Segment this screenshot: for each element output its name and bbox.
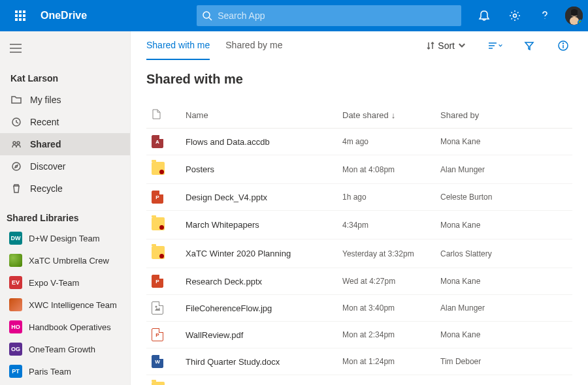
powerpoint-file-icon: P [152, 275, 163, 288]
table-row[interactable]: PostersMon at 4:08pmAlan Munger [146, 155, 572, 184]
app-launcher-button[interactable] [5, 0, 35, 31]
file-icon-cell: W [146, 348, 180, 375]
file-icon-cell: A [146, 129, 180, 155]
info-icon [558, 40, 568, 51]
nav-item-recycle[interactable]: Recycle [0, 177, 130, 200]
file-name-cell: Third Quarter Study.docx [180, 348, 337, 375]
col-icon-header[interactable] [146, 102, 180, 129]
svg-point-11 [17, 142, 20, 144]
tab-shared-by-me[interactable]: Shared by me [225, 31, 282, 60]
file-by-cell: Alan Munger [435, 155, 572, 184]
file-by-cell: Mona Kane [435, 211, 572, 239]
table-row[interactable]: WThird Quarter Study.docxMon at 1:24pmTi… [146, 348, 572, 375]
file-name-cell: March Whitepapers [180, 211, 337, 239]
sort-icon [426, 41, 435, 50]
col-date-header[interactable]: Date shared↓ [337, 102, 435, 129]
file-by-cell: Mona Kane [435, 375, 572, 386]
table-row[interactable]: PWallReview.pdfMon at 2:34pmMona Kane [146, 322, 572, 348]
powerpoint-file-icon: P [152, 191, 163, 204]
library-item[interactable]: DWD+W Design Team [0, 227, 130, 249]
waffle-icon [15, 10, 25, 21]
word-file-icon: W [152, 355, 163, 368]
col-by-header[interactable]: Shared by [435, 102, 572, 129]
file-icon-cell [146, 375, 180, 386]
user-avatar[interactable] [565, 7, 583, 25]
filter-button[interactable] [520, 37, 538, 55]
file-icon-cell [146, 239, 180, 268]
nav-item-recent[interactable]: Recent [0, 111, 130, 133]
file-icon-cell [146, 155, 180, 184]
file-icon-cell [146, 211, 180, 239]
presence-indicator [578, 20, 583, 25]
nav-toggle-button[interactable] [0, 35, 31, 61]
list-lines-icon [487, 40, 498, 51]
svg-line-1 [209, 18, 212, 20]
file-date-cell: Mon at 3:40pm [337, 295, 435, 322]
help-icon [539, 10, 551, 22]
col-name-header[interactable]: Name [180, 102, 337, 129]
view-options-button[interactable] [486, 37, 504, 55]
library-item[interactable]: EVExpo V-Team [0, 271, 130, 294]
folder-shared-icon [152, 382, 165, 385]
nav-item-label: Recent [30, 117, 59, 127]
library-badge: DW [9, 232, 22, 245]
file-name-cell: Mock Ups [180, 375, 337, 386]
library-item[interactable]: HOHandbook Operatives [0, 316, 130, 338]
image-file-icon [152, 301, 163, 315]
library-label: Paris Team [29, 367, 71, 377]
chevron-down-icon [457, 41, 466, 50]
table-row[interactable]: March Whitepapers4:34pmMona Kane [146, 211, 572, 239]
library-item[interactable]: XaTC Umbrella Crew [0, 249, 130, 271]
info-button[interactable] [554, 37, 572, 55]
search-box[interactable] [197, 5, 461, 26]
hamburger-icon [10, 44, 22, 53]
library-badge: EV [9, 276, 22, 289]
file-date-cell: July 24 [337, 375, 435, 386]
file-icon-cell: P [146, 184, 180, 211]
table-row[interactable]: XaTC Winter 2020 PlanningYesterday at 3:… [146, 239, 572, 268]
library-badge [9, 298, 22, 311]
file-icon-cell: P [146, 268, 180, 295]
file-date-cell: Wed at 4:27pm [337, 268, 435, 295]
file-table-wrap: Name Date shared↓ Shared by AFlows and D… [131, 102, 588, 385]
svg-point-0 [203, 12, 210, 18]
library-label: OneTeam Growth [29, 345, 95, 354]
svg-point-19 [155, 306, 157, 308]
table-row[interactable]: PResearch Deck.pptxWed at 4:27pmMona Kan… [146, 268, 572, 295]
filter-icon [524, 40, 534, 51]
sort-button[interactable]: Sort [422, 38, 470, 54]
bell-icon [478, 10, 490, 22]
settings-button[interactable] [502, 0, 527, 31]
tabs-row: Shared with meShared by me Sort [131, 31, 588, 60]
help-button[interactable] [532, 0, 557, 31]
sort-desc-icon: ↓ [391, 110, 396, 120]
library-badge: HO [9, 320, 22, 333]
library-item[interactable]: OGOneTeam Growth [0, 338, 130, 360]
page-title: Shared with me [131, 60, 588, 102]
access-file-icon: A [152, 135, 163, 148]
table-row[interactable]: FileCoherenceFlow.jpgMon at 3:40pmAlan M… [146, 295, 572, 322]
nav-item-discover[interactable]: Discover [0, 155, 130, 177]
library-item[interactable]: PTParis Team [0, 360, 130, 382]
svg-point-2 [513, 14, 516, 18]
table-row[interactable]: Mock UpsJuly 24Mona Kane [146, 375, 572, 386]
table-row[interactable]: AFlows and Data.accdb4m agoMona Kane [146, 129, 572, 155]
tab-shared-with-me[interactable]: Shared with me [146, 31, 210, 60]
search-input[interactable] [218, 10, 456, 21]
file-date-cell: Mon at 2:34pm [337, 322, 435, 348]
more-link[interactable]: More [0, 382, 130, 385]
nav-item-shared[interactable]: Shared [0, 133, 130, 155]
file-by-cell: Alan Munger [435, 295, 572, 322]
svg-point-10 [13, 142, 16, 144]
file-date-cell: Yesterday at 3:32pm [337, 239, 435, 268]
table-row[interactable]: PDesign Deck_V4.pptx1h agoCeleste Burton [146, 184, 572, 211]
notifications-button[interactable] [472, 0, 497, 31]
file-by-cell: Celeste Burton [435, 184, 572, 211]
search-icon [202, 10, 212, 21]
nav-item-my-files[interactable]: My files [0, 89, 130, 111]
file-by-cell: Carlos Slattery [435, 239, 572, 268]
topbar: OneDrive [0, 0, 588, 31]
nav-item-label: Discover [30, 161, 65, 172]
library-item[interactable]: XWC Intelligence Team [0, 294, 130, 316]
sort-label: Sort [438, 40, 455, 51]
